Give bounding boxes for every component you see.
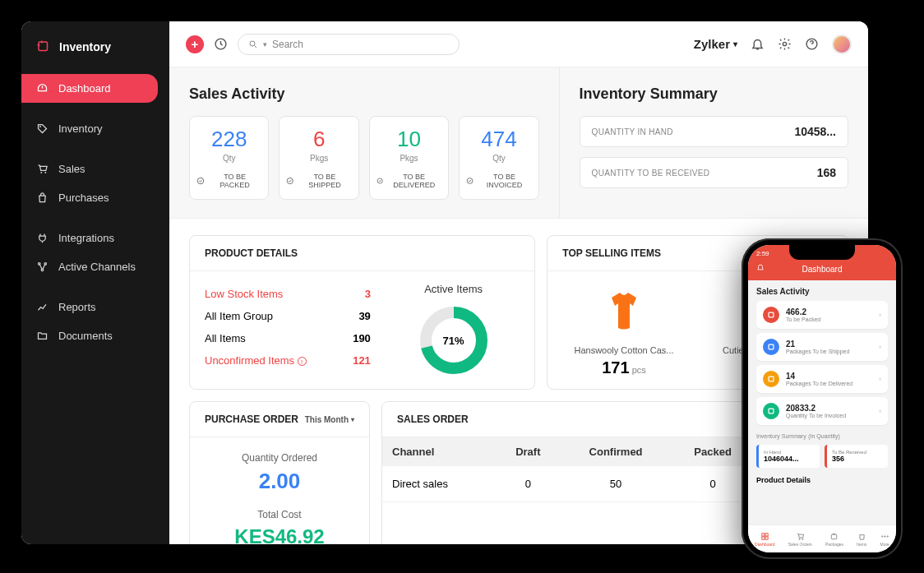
po-cost-value: KES46.92 bbox=[205, 525, 354, 544]
phone-tab-items[interactable]: Items bbox=[857, 532, 866, 547]
phone-bell-icon[interactable] bbox=[756, 263, 765, 271]
svg-point-28 bbox=[799, 538, 800, 539]
svg-rect-25 bbox=[765, 533, 768, 535]
search-input[interactable]: ▾ Search bbox=[238, 34, 460, 55]
chevron-right-icon: › bbox=[879, 407, 881, 415]
chart-icon bbox=[36, 301, 49, 313]
phone-inv-box-1: To Be Received356 bbox=[825, 445, 888, 468]
purchase-order-panel: PURCHASE ORDER This Month▾ Quantity Orde… bbox=[189, 401, 370, 544]
check-circle-icon bbox=[466, 177, 474, 185]
check-circle-icon bbox=[286, 177, 294, 185]
dashboard-icon bbox=[36, 82, 49, 95]
phone-card-icon bbox=[763, 403, 779, 419]
sales-activity-card-2[interactable]: 10PkgsTO BE DELIVERED bbox=[369, 116, 449, 200]
bag-icon bbox=[36, 192, 49, 204]
check-circle-icon bbox=[196, 177, 205, 185]
svg-rect-30 bbox=[832, 534, 837, 539]
check-circle-icon bbox=[377, 177, 383, 185]
phone-time: 2:59 bbox=[756, 250, 769, 257]
history-icon[interactable] bbox=[214, 37, 228, 51]
so-header: Confirmed bbox=[561, 437, 671, 466]
svg-rect-26 bbox=[762, 536, 765, 538]
phone-sa-card-1[interactable]: 21Packages To be Shipped› bbox=[756, 333, 888, 361]
active-items-donut: 71% bbox=[417, 303, 491, 377]
search-icon bbox=[248, 39, 258, 49]
inventory-logo-icon bbox=[36, 39, 51, 54]
donut-percent: 71% bbox=[443, 335, 464, 347]
top-selling-item-0[interactable]: Hanswooly Cotton Cas...171pcs bbox=[562, 283, 685, 377]
phone-mockup: 2:59 Dashboard Sales Activity 466.2To be… bbox=[742, 238, 903, 559]
active-items-title: Active Items bbox=[387, 283, 520, 295]
svg-point-1 bbox=[39, 126, 41, 127]
svg-point-8 bbox=[250, 41, 255, 46]
sales-activity-title: Sales Activity bbox=[189, 85, 539, 103]
inv-summary-row-1: QUANTITY TO BE RECEIVED168 bbox=[580, 157, 848, 188]
sales-activity-card-0[interactable]: 228QtyTO BE PACKED bbox=[189, 116, 269, 200]
phone-sa-card-3[interactable]: 20833.2Quantity To be Invoiced› bbox=[756, 397, 888, 425]
svg-rect-0 bbox=[39, 42, 48, 51]
phone-inv-box-0: In Hand1046044... bbox=[756, 445, 820, 468]
brand-label: Inventory bbox=[59, 40, 111, 53]
product-details-panel: PRODUCT DETAILS Low Stock Items3All Item… bbox=[189, 235, 535, 390]
svg-point-33 bbox=[887, 535, 888, 536]
sidebar-item-documents[interactable]: Documents bbox=[21, 321, 169, 350]
sales-activity-card-3[interactable]: 474QtyTO BE INVOICED bbox=[459, 116, 538, 200]
purchase-order-filter[interactable]: This Month▾ bbox=[305, 415, 354, 424]
phone-tab-dashboard[interactable]: Dashboard bbox=[755, 532, 774, 547]
inventory-summary-section: Inventory Summary QUANTITY IN HAND10458.… bbox=[560, 67, 868, 218]
svg-point-9 bbox=[783, 42, 786, 45]
phone-inv-summary-title: Inventory Summary (In Quantity) bbox=[756, 432, 888, 440]
product-detail-row-2[interactable]: All Items190 bbox=[205, 327, 371, 349]
top-selling-title: TOP SELLING ITEMS bbox=[562, 247, 661, 259]
product-detail-row-1[interactable]: All Item Group39 bbox=[205, 305, 371, 327]
inv-summary-row-0: QUANTITY IN HAND10458... bbox=[580, 116, 848, 147]
sales-activity-card-1[interactable]: 6PkgsTO BE SHIPPED bbox=[279, 116, 358, 200]
svg-rect-24 bbox=[762, 533, 765, 535]
org-switcher[interactable]: Zylker▾ bbox=[694, 37, 737, 51]
cart-icon bbox=[36, 163, 49, 175]
purchase-order-title: PURCHASE ORDER bbox=[205, 414, 298, 425]
so-header: Channel bbox=[382, 437, 495, 466]
phone-tab-packages[interactable]: Packages bbox=[825, 532, 843, 547]
svg-point-14 bbox=[467, 178, 473, 184]
sidebar-item-inventory[interactable]: Inventory bbox=[21, 114, 169, 143]
po-cost-label: Total Cost bbox=[205, 509, 354, 520]
sidebar-item-integrations[interactable]: Integrations bbox=[21, 224, 169, 252]
phone-sales-activity-title: Sales Activity bbox=[756, 287, 888, 296]
phone-product-details-title: Product Details bbox=[756, 476, 888, 484]
chevron-right-icon: › bbox=[879, 311, 881, 319]
phone-tab-sales-orders[interactable]: Sales Orders bbox=[788, 532, 812, 547]
help-icon[interactable] bbox=[805, 37, 819, 51]
tag-icon bbox=[36, 122, 49, 135]
sidebar-item-reports[interactable]: Reports bbox=[21, 293, 169, 321]
bell-icon[interactable] bbox=[751, 37, 765, 51]
product-image bbox=[595, 283, 653, 340]
sidebar-item-purchases[interactable]: Purchases bbox=[21, 183, 169, 212]
svg-point-31 bbox=[881, 535, 882, 536]
sidebar-item-sales[interactable]: Sales bbox=[21, 155, 169, 183]
add-button[interactable]: + bbox=[186, 35, 204, 53]
svg-point-6 bbox=[41, 269, 44, 271]
sidebar: Inventory Dashboard Inventory SalesPurch… bbox=[21, 21, 169, 544]
so-header: Draft bbox=[495, 437, 561, 466]
product-detail-row-0[interactable]: Low Stock Items3 bbox=[205, 283, 371, 305]
search-placeholder: Search bbox=[272, 39, 303, 50]
gear-icon[interactable] bbox=[778, 37, 792, 51]
svg-rect-23 bbox=[769, 409, 774, 414]
po-qty-label: Quantity Ordered bbox=[205, 452, 354, 464]
svg-rect-21 bbox=[769, 344, 774, 349]
phone-sa-card-0[interactable]: 466.2To be Packed› bbox=[756, 301, 888, 329]
svg-rect-20 bbox=[769, 312, 774, 317]
phone-tab-more[interactable]: More bbox=[880, 532, 889, 547]
svg-point-13 bbox=[377, 178, 382, 183]
plug-icon bbox=[36, 232, 49, 244]
phone-sa-card-2[interactable]: 14Packages To be Delivered› bbox=[756, 365, 888, 393]
avatar[interactable] bbox=[832, 35, 852, 54]
product-detail-row-3[interactable]: Unconfirmed Items !121 bbox=[205, 349, 371, 372]
svg-rect-27 bbox=[765, 536, 768, 538]
svg-point-4 bbox=[39, 263, 41, 266]
sales-activity-section: Sales Activity 228QtyTO BE PACKED6PkgsTO… bbox=[169, 67, 560, 218]
svg-point-11 bbox=[197, 178, 203, 183]
sidebar-item-active-channels[interactable]: Active Channels bbox=[21, 252, 169, 281]
sidebar-item-dashboard[interactable]: Dashboard bbox=[21, 74, 158, 103]
